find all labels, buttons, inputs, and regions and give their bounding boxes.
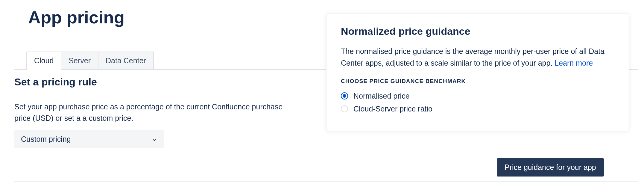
pricing-rule-heading: Set a pricing rule (14, 76, 97, 88)
divider (14, 181, 638, 182)
pricing-rule-select[interactable]: Custom pricing (14, 130, 164, 148)
learn-more-link[interactable]: Learn more (555, 59, 593, 67)
radio-cloud-server-ratio[interactable]: Cloud-Server price ratio (341, 105, 614, 113)
radio-label: Cloud-Server price ratio (353, 105, 432, 113)
chevron-down-icon (151, 136, 157, 142)
radio-button-icon (341, 105, 348, 112)
pricing-rule-select-value: Custom pricing (21, 135, 71, 144)
panel-subheading: CHOOSE PRICE GUIDANCE BENCHMARK (341, 78, 614, 85)
radio-normalised-price[interactable]: Normalised price (341, 92, 614, 100)
panel-description: The normalised price guidance is the ave… (341, 46, 614, 69)
page-title: App pricing (28, 7, 124, 27)
tab-server[interactable]: Server (61, 52, 98, 69)
price-guidance-panel: Normalized price guidance The normalised… (326, 13, 629, 131)
tab-cloud[interactable]: Cloud (26, 52, 61, 70)
radio-button-icon (341, 92, 348, 99)
panel-title: Normalized price guidance (341, 25, 614, 37)
radio-label: Normalised price (353, 92, 410, 100)
pricing-rule-description: Set your app purchase price as a percent… (14, 101, 290, 124)
price-guidance-button[interactable]: Price guidance for your app (497, 158, 604, 177)
tab-data-center[interactable]: Data Center (98, 52, 154, 69)
